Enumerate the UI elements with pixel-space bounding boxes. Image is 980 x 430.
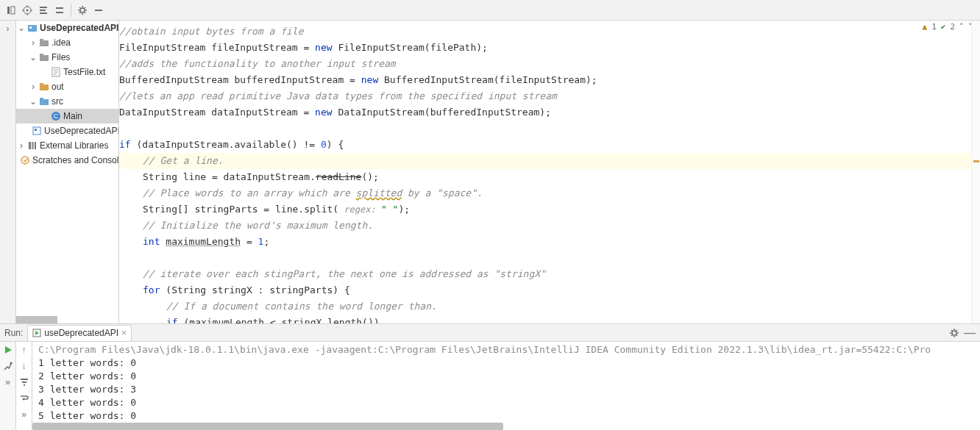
svg-rect-28 bbox=[40, 98, 43, 100]
chevron-down-icon[interactable]: ⌄ bbox=[18, 23, 25, 33]
code-comment: // Initialize the word's maximum length. bbox=[143, 220, 373, 231]
tree-iml[interactable]: UseDeprecatedAPI bbox=[16, 123, 118, 138]
tree-main[interactable]: C Main bbox=[16, 109, 118, 123]
tree-idea[interactable]: › .idea bbox=[16, 35, 118, 50]
warning-icon[interactable]: ▲ bbox=[923, 22, 928, 32]
svg-rect-20 bbox=[40, 54, 43, 56]
chevron-down-icon[interactable]: ⌄ bbox=[29, 52, 37, 62]
svg-rect-26 bbox=[40, 83, 43, 85]
tree-ext-libs[interactable]: › External Libraries bbox=[16, 138, 118, 153]
tree-out-label: out bbox=[52, 82, 64, 92]
hide-icon[interactable] bbox=[90, 2, 107, 18]
gutter-warning-mark[interactable] bbox=[973, 160, 979, 162]
code-text: //adds the functionality to another inpu… bbox=[119, 58, 396, 69]
code-var: maximumLength bbox=[189, 317, 264, 323]
svg-rect-1 bbox=[11, 7, 15, 14]
project-tree: ⌄ UseDeprecatedAPI › .idea ⌄ Files TestF… bbox=[16, 21, 119, 323]
code-param-hint: regex: bbox=[338, 204, 381, 215]
target-icon[interactable] bbox=[19, 2, 35, 18]
run-tab[interactable]: useDeprecatedAPI × bbox=[27, 325, 132, 341]
tree-scratch-label: Scratches and Console bbox=[32, 155, 119, 165]
tree-root-label: UseDeprecatedAPI bbox=[40, 23, 118, 33]
narrow-icon[interactable] bbox=[3, 2, 19, 18]
run-header: Run: useDeprecatedAPI × — bbox=[0, 324, 980, 342]
more-icon[interactable]: » bbox=[21, 409, 26, 420]
chevron-down-icon[interactable]: ⌄ bbox=[29, 96, 37, 107]
svg-rect-25 bbox=[40, 85, 49, 90]
up-arrow-icon[interactable]: ↑ bbox=[22, 345, 26, 355]
code-text: BufferedInputStream(fileInputStream); bbox=[378, 74, 597, 85]
code-text: (String stringX : stringParts) { bbox=[160, 284, 349, 295]
chevron-right-icon[interactable]: › bbox=[7, 24, 10, 34]
code-keyword: new bbox=[315, 42, 332, 53]
tree-ext-label: External Libraries bbox=[40, 140, 108, 151]
chevron-right-icon[interactable]: › bbox=[18, 140, 25, 151]
code-number: 0 bbox=[321, 139, 327, 150]
source-folder-icon bbox=[39, 96, 49, 107]
run-cmd-line: C:\Program Files\Java\jdk-18.0.1.1\bin\j… bbox=[38, 343, 974, 356]
check-icon[interactable]: ✔ bbox=[941, 22, 946, 32]
tree-root[interactable]: ⌄ UseDeprecatedAPI bbox=[16, 21, 118, 35]
output-scrollbar[interactable] bbox=[32, 423, 503, 430]
close-icon[interactable]: × bbox=[121, 328, 127, 338]
down-arrow-icon[interactable]: ↓ bbox=[22, 361, 26, 371]
up-icon[interactable]: ˄ bbox=[959, 22, 964, 32]
chevron-right-icon[interactable]: › bbox=[29, 37, 37, 48]
run-output[interactable]: C:\Program Files\Java\jdk-18.0.1.1\bin\j… bbox=[32, 342, 980, 430]
svg-rect-0 bbox=[7, 7, 10, 14]
code-keyword: if bbox=[119, 139, 131, 150]
tree-out[interactable]: › out bbox=[16, 79, 118, 94]
tree-testfile[interactable]: TestFile.txt bbox=[16, 65, 118, 79]
svg-rect-15 bbox=[28, 25, 37, 32]
tree-scrollbar[interactable] bbox=[16, 316, 57, 323]
code-text: String[] stringParts = line.split( bbox=[143, 204, 338, 215]
code-area[interactable]: //obtain input bytes from a file FileInp… bbox=[119, 21, 980, 323]
module-icon bbox=[27, 23, 38, 33]
code-comment: // iterate over each stingPart, the next… bbox=[143, 268, 546, 279]
code-keyword: if bbox=[166, 317, 178, 323]
code-comment: // Place words to an array which are bbox=[143, 187, 356, 198]
gear-icon[interactable] bbox=[74, 2, 90, 18]
run-toolbar-left: » bbox=[0, 342, 16, 430]
code-text: DataInputStream dataInputStream = bbox=[119, 107, 315, 118]
wrap-icon[interactable] bbox=[19, 393, 29, 404]
svg-rect-35 bbox=[35, 142, 36, 149]
code-comment: by a "space". bbox=[402, 187, 483, 198]
scratches-icon bbox=[20, 155, 30, 165]
svg-rect-14 bbox=[95, 10, 102, 11]
svg-point-36 bbox=[21, 157, 29, 164]
inspection-badges[interactable]: ▲1 ✔2 ˄ ˅ bbox=[923, 22, 973, 32]
code-text: FileInputStream(filePath); bbox=[333, 42, 488, 53]
code-var: maximumLength bbox=[166, 236, 241, 247]
class-icon: C bbox=[51, 111, 61, 121]
tree-idea-label: .idea bbox=[52, 37, 71, 48]
flatten-icon[interactable] bbox=[35, 2, 52, 18]
more-icon[interactable]: » bbox=[5, 377, 10, 387]
tree-scratches[interactable]: Scratches and Console bbox=[16, 153, 118, 168]
svg-rect-34 bbox=[32, 142, 34, 149]
hide-icon[interactable]: — bbox=[964, 326, 976, 340]
tree-src[interactable]: ⌄ src bbox=[16, 94, 118, 109]
svg-rect-32 bbox=[35, 129, 37, 131]
collapse-icon[interactable] bbox=[52, 2, 68, 18]
svg-rect-16 bbox=[29, 26, 32, 29]
run-config-icon bbox=[32, 329, 41, 337]
settings-icon[interactable] bbox=[3, 361, 13, 371]
tree-src-label: src bbox=[52, 96, 63, 107]
folder-icon bbox=[39, 52, 49, 62]
gear-icon[interactable] bbox=[949, 328, 959, 338]
code-typo: splitted bbox=[356, 187, 402, 198]
editor-right-gutter[interactable] bbox=[971, 21, 980, 323]
code-comment: // If a document contains the word longe… bbox=[166, 301, 437, 312]
filter-icon[interactable] bbox=[19, 377, 29, 387]
svg-point-3 bbox=[26, 9, 29, 11]
chevron-right-icon[interactable]: › bbox=[29, 82, 37, 92]
code-keyword: int bbox=[143, 236, 160, 247]
tree-files-label: Files bbox=[52, 52, 70, 62]
run-body: » ↑ ↓ » C:\Program Files\Java\jdk-18.0.1… bbox=[0, 342, 980, 430]
rerun-icon[interactable] bbox=[3, 345, 13, 355]
project-toolbar bbox=[0, 0, 980, 21]
run-out-line: 2 letter words: 0 bbox=[38, 370, 974, 383]
tree-files[interactable]: ⌄ Files bbox=[16, 50, 118, 65]
code-editor[interactable]: ▲1 ✔2 ˄ ˅ //obtain input bytes from a fi… bbox=[119, 21, 980, 323]
